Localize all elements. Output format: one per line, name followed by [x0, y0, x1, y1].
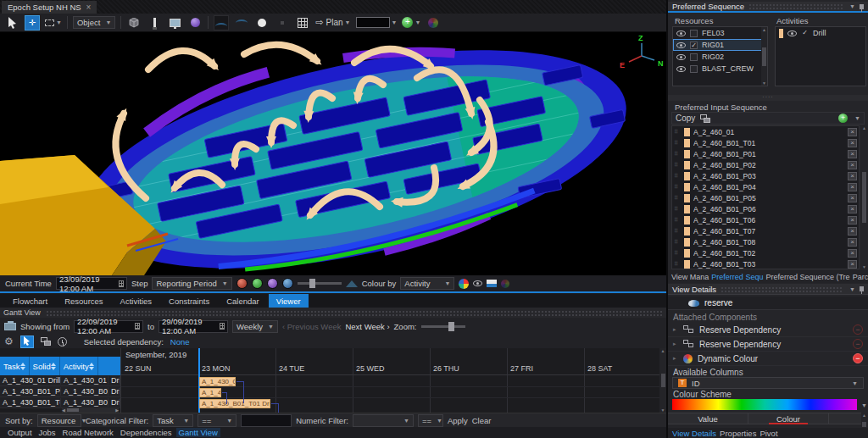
numeric-op-select[interactable]: ==▼	[418, 414, 443, 427]
sequence-item[interactable]: ⠿ A_2_460_B01_P05 ×	[672, 192, 859, 203]
gantt-zoom-thumb[interactable]	[448, 322, 454, 331]
view-tab[interactable]: Resources	[57, 294, 110, 308]
display-button[interactable]	[167, 15, 182, 30]
remove-item-button[interactable]: ×	[848, 238, 857, 247]
remove-item-button[interactable]: ×	[848, 183, 857, 191]
remove-item-button[interactable]: ×	[848, 216, 857, 225]
vertical-scrollbar[interactable]: ▲▼	[659, 348, 666, 413]
current-time-input[interactable]: 23/09/2019 12:00 AM	[56, 277, 127, 290]
remove-component-button[interactable]: −	[853, 339, 863, 349]
gantt-bar[interactable]: A_1_430_B01_T01 Drill	[199, 399, 270, 408]
drag-handle-icon[interactable]: ⠿	[674, 261, 681, 268]
next-week-button[interactable]: Next Week ›	[345, 322, 389, 331]
terrain-icon[interactable]	[346, 280, 358, 287]
view-tab[interactable]: Constraints	[161, 294, 217, 308]
remove-item-button[interactable]: ×	[848, 139, 857, 147]
expander-icon[interactable]: ▸	[673, 326, 678, 333]
arc-tool-button[interactable]	[234, 15, 249, 30]
gantt-bar[interactable]: A_1_430_B01_P01	[199, 388, 221, 397]
dependency-mode-icon[interactable]	[41, 337, 51, 346]
component-row[interactable]: ▸ Reserve Dependency −	[668, 337, 868, 352]
sequence-item[interactable]: ⠿ A_2_460_B01_P01 ×	[672, 148, 859, 159]
play-forward-button[interactable]	[252, 278, 263, 289]
drag-handle-icon[interactable]: ⠿	[674, 195, 681, 202]
resource-checkbox[interactable]	[690, 30, 698, 37]
sequence-item[interactable]: ⠿ A_2_460_B01_P04 ×	[672, 181, 859, 192]
remove-item-button[interactable]: ×	[848, 161, 857, 169]
grid-scrollbar[interactable]: ▲	[861, 413, 867, 427]
panel-tab[interactable]: Preferred Sequ	[711, 273, 763, 281]
drag-handle-icon[interactable]: ⠿	[674, 228, 681, 235]
categorical-field-select[interactable]: Task▼	[153, 414, 193, 427]
status-tab[interactable]: Road Network	[60, 428, 116, 437]
colour-by-select[interactable]: Activity▼	[400, 277, 454, 290]
remove-item-button[interactable]: ×	[848, 227, 857, 236]
scroll-up-icon[interactable]: ▲	[661, 348, 665, 353]
sphere-button[interactable]	[187, 15, 203, 30]
paste-icon[interactable]	[700, 114, 710, 123]
expander-icon[interactable]: ▸	[673, 341, 678, 347]
remove-item-button[interactable]: ×	[848, 128, 857, 136]
sequence-item[interactable]: ⠿ A_2_460_B01_P03 ×	[672, 170, 859, 181]
gantt-column-header[interactable]: Activity	[60, 357, 98, 375]
sort-by-select[interactable]: Resource▼	[37, 414, 81, 427]
gantt-column-header[interactable]: Solid	[30, 357, 60, 375]
preferred-sequence-titlebar[interactable]: Preferred Sequence ▼	[668, 2, 868, 13]
add-button[interactable]: +▼	[402, 15, 420, 30]
sequence-scrollbar[interactable]: ▲▼	[861, 125, 867, 269]
sequence-item[interactable]: ⠿ A_2_460_B01_T01 ×	[672, 137, 859, 148]
resource-checkbox[interactable]	[690, 65, 698, 73]
table-row[interactable]: A_1_430_B01_P01 A_1_430_B01_P01 Drill	[0, 386, 120, 397]
sequence-item[interactable]: ⠿ A_2_460_B01_T07 ×	[672, 225, 859, 236]
grid-button[interactable]	[295, 15, 310, 30]
status-tab[interactable]: Dependencies	[118, 428, 175, 437]
gantt-bar[interactable]: A_1_430_01	[199, 377, 236, 386]
grid-header-cell[interactable]: Value	[668, 413, 748, 424]
sequence-item[interactable]: ⠿ A_2_460_B01_T08 ×	[672, 236, 859, 247]
pin-icon[interactable]	[860, 286, 864, 291]
status-tab[interactable]: Jobs	[36, 428, 58, 437]
colour-scheme-bar[interactable]	[672, 399, 857, 410]
gantt-from-input[interactable]: 22/09/2019 12:00 AM	[74, 320, 143, 333]
component-row[interactable]: ▸ Dynamic Colour −	[668, 352, 868, 366]
drag-handle-icon[interactable]: ⠿	[674, 239, 681, 246]
sort-icons[interactable]	[51, 363, 56, 370]
remove-component-button[interactable]: −	[853, 353, 863, 363]
view-tab[interactable]: Calendar	[219, 294, 267, 308]
detail-tab[interactable]: Properties	[720, 429, 756, 438]
remove-component-button[interactable]: −	[853, 324, 863, 335]
gantt-column-header[interactable]: Task	[0, 357, 30, 375]
previous-week-button[interactable]: ‹ Previous Week	[282, 322, 342, 331]
replay-button[interactable]	[282, 278, 293, 289]
drag-handle-icon[interactable]: ⠿	[674, 250, 681, 257]
reserve-row[interactable]: reserve	[668, 297, 868, 310]
snap-mode-select[interactable]: Object▼	[73, 16, 115, 29]
eye-icon[interactable]	[676, 54, 686, 60]
clock-icon[interactable]	[58, 337, 67, 347]
view-tab[interactable]: Viewer	[269, 294, 309, 308]
view-tab[interactable]: Activities	[113, 294, 159, 308]
status-tab[interactable]: Output	[5, 428, 35, 437]
viewport-3d[interactable]: Z E N	[0, 32, 666, 275]
drag-handle-icon[interactable]: ⠿	[674, 129, 681, 136]
status-tab[interactable]: Gantt View	[176, 428, 220, 437]
eye-icon[interactable]	[676, 42, 686, 48]
panel-tab[interactable]: Parcel Destinations M	[853, 273, 868, 281]
close-icon[interactable]: ×	[86, 3, 92, 12]
chevron-down-icon[interactable]: ▼	[854, 115, 860, 121]
arc-tool-pressed-button[interactable]	[214, 15, 229, 30]
remove-item-button[interactable]: ×	[848, 260, 857, 269]
eye-icon[interactable]	[473, 280, 482, 286]
remove-item-button[interactable]: ×	[848, 249, 857, 258]
drag-handle-icon[interactable]: ⠿	[674, 173, 681, 180]
marquee-select-button[interactable]: ▼	[45, 15, 62, 30]
gantt-zoom-slider[interactable]	[421, 325, 465, 328]
sun-button[interactable]	[254, 15, 270, 30]
column-select[interactable]: T ID ▼	[672, 377, 864, 389]
remove-item-button[interactable]: ×	[848, 194, 857, 202]
sequence-item[interactable]: ⠿ A_2_460_B01_T02 ×	[672, 247, 859, 258]
palette-icon[interactable]	[459, 279, 469, 289]
numeric-field-select[interactable]: ▼	[353, 414, 414, 427]
chevron-down-icon[interactable]: ▼	[861, 402, 867, 408]
categorical-filter-input[interactable]	[241, 414, 292, 427]
